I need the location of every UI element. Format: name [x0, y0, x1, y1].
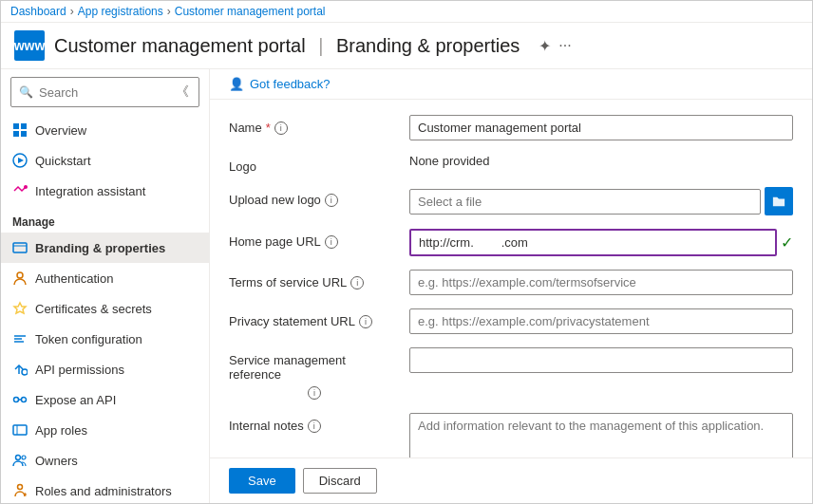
service-mgmt-info-icon[interactable]: i — [308, 386, 321, 400]
app-header: www Customer management portal | Brandin… — [1, 23, 812, 69]
svg-point-6 — [24, 185, 28, 189]
terms-label: Terms of service URL i — [229, 270, 400, 289]
logo-label: Logo — [229, 154, 400, 174]
terms-field — [409, 270, 793, 295]
internal-notes-label: Internal notes i — [229, 413, 400, 433]
sidebar-item-api-permissions[interactable]: API permissions — [1, 354, 209, 384]
roles-admin-label: Roles and administrators — [35, 484, 172, 498]
privacy-input[interactable] — [409, 308, 793, 334]
integration-label: Integration assistant — [35, 184, 145, 198]
svg-rect-17 — [13, 425, 27, 435]
sidebar-item-overview[interactable]: Overview — [1, 115, 209, 145]
authentication-label: Authentication — [35, 271, 113, 286]
feedback-icon: 👤 — [229, 77, 244, 91]
app-roles-label: App roles — [35, 423, 87, 438]
upload-file-input[interactable] — [409, 189, 761, 215]
breadcrumb-dashboard[interactable]: Dashboard — [10, 5, 66, 18]
name-info-icon[interactable]: i — [274, 121, 288, 135]
section-name: Branding & properties — [336, 35, 520, 56]
upload-logo-row: Upload new logo i — [229, 187, 793, 215]
sidebar-item-roles-admin[interactable]: Roles and administrators — [1, 476, 209, 503]
discard-button[interactable]: Discard — [303, 468, 377, 494]
sidebar-item-branding[interactable]: Branding & properties — [1, 233, 209, 263]
branding-icon — [12, 240, 28, 255]
sidebar: 🔍 《 Overview Quickstart — [1, 69, 210, 503]
svg-rect-3 — [21, 131, 27, 137]
branding-form: Name * i Logo None provided — [210, 100, 812, 457]
upload-info-icon[interactable]: i — [325, 194, 338, 207]
service-mgmt-input[interactable] — [409, 347, 793, 373]
svg-point-14 — [14, 398, 19, 402]
integration-icon — [12, 183, 28, 198]
expose-api-icon — [12, 392, 28, 407]
svg-point-15 — [22, 398, 27, 402]
save-button[interactable]: Save — [229, 468, 295, 494]
overview-label: Overview — [35, 123, 86, 138]
internal-notes-row: Internal notes i — [229, 413, 793, 457]
privacy-info-icon[interactable]: i — [359, 315, 372, 328]
breadcrumb: Dashboard › App registrations › Customer… — [1, 1, 812, 23]
branding-label: Branding & properties — [35, 241, 165, 255]
sidebar-item-app-roles[interactable]: App roles — [1, 415, 209, 445]
sidebar-item-owners[interactable]: Owners — [1, 445, 209, 476]
search-icon: 🔍 — [19, 85, 33, 99]
breadcrumb-app-registrations[interactable]: App registrations — [78, 5, 163, 18]
sidebar-item-token[interactable]: Token configuration — [1, 324, 209, 354]
name-required: * — [266, 121, 271, 135]
name-row: Name * i — [229, 115, 793, 140]
header-icons: ✦ ··· — [539, 37, 571, 55]
certs-icon — [12, 301, 28, 316]
browse-file-button[interactable] — [765, 187, 793, 215]
token-icon — [12, 331, 28, 346]
terms-info-icon[interactable]: i — [350, 276, 364, 289]
feedback-label: Got feedback? — [250, 77, 331, 91]
homepage-input[interactable] — [409, 229, 777, 256]
privacy-row: Privacy statement URL i — [229, 308, 793, 334]
search-input[interactable] — [39, 85, 168, 100]
api-permissions-icon — [12, 362, 28, 377]
app-roles-icon — [12, 422, 28, 438]
pin-icon[interactable]: ✦ — [539, 37, 551, 55]
breadcrumb-current: Customer management portal — [175, 5, 326, 18]
service-mgmt-row: Service management reference i — [229, 347, 793, 400]
privacy-label: Privacy statement URL i — [229, 308, 400, 328]
name-input[interactable] — [409, 115, 793, 140]
svg-point-21 — [18, 485, 23, 490]
internal-notes-textarea[interactable] — [409, 413, 793, 457]
certs-label: Certificates & secrets — [35, 302, 152, 316]
roles-admin-icon — [12, 483, 28, 498]
owners-icon — [12, 453, 28, 468]
homepage-info-icon[interactable]: i — [325, 235, 338, 249]
more-options-icon[interactable]: ··· — [558, 37, 571, 55]
homepage-input-container: ✓ — [409, 229, 793, 256]
homepage-label: Home page URL i — [229, 229, 400, 249]
svg-point-19 — [16, 456, 21, 460]
terms-row: Terms of service URL i — [229, 270, 793, 295]
svg-point-13 — [22, 369, 28, 375]
token-label: Token configuration — [35, 332, 142, 346]
terms-input[interactable] — [409, 270, 793, 295]
sidebar-item-integration[interactable]: Integration assistant — [1, 176, 209, 206]
sidebar-item-expose-api[interactable]: Expose an API — [1, 384, 209, 415]
sidebar-item-authentication[interactable]: Authentication — [1, 263, 209, 293]
upload-label: Upload new logo i — [229, 187, 400, 207]
internal-notes-field — [409, 413, 793, 457]
internal-notes-info-icon[interactable]: i — [308, 420, 321, 433]
footer-actions: Save Discard — [210, 457, 812, 503]
quickstart-label: Quickstart — [35, 154, 91, 168]
sidebar-item-quickstart[interactable]: Quickstart — [1, 145, 209, 176]
app-icon: www — [14, 30, 45, 61]
privacy-field — [409, 308, 793, 334]
collapse-sidebar-button[interactable]: 《 — [174, 82, 191, 103]
name-label: Name * i — [229, 115, 400, 135]
overview-icon — [12, 122, 28, 138]
homepage-check-icon: ✓ — [781, 233, 793, 252]
expose-api-label: Expose an API — [35, 393, 116, 407]
sidebar-item-certs[interactable]: Certificates & secrets — [1, 293, 209, 324]
homepage-field: ✓ — [409, 229, 793, 256]
svg-rect-0 — [13, 123, 19, 129]
feedback-bar[interactable]: 👤 Got feedback? — [210, 69, 812, 100]
upload-field-container — [409, 187, 793, 215]
svg-marker-9 — [14, 303, 26, 313]
svg-point-20 — [22, 456, 26, 459]
